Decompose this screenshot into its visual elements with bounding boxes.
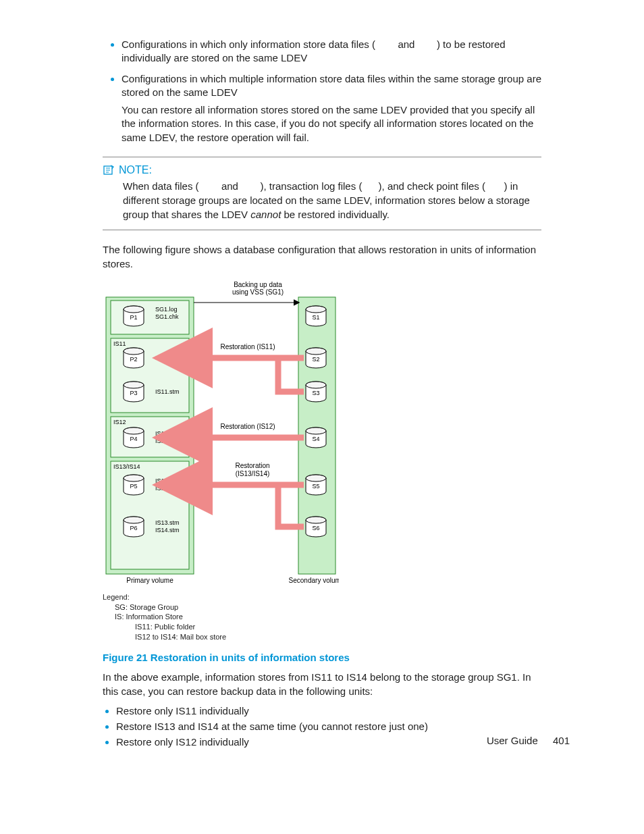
is1314-label: IS13/IS14 xyxy=(113,463,140,470)
diagram-svg: Backing up data using VSS (SG1) SG1 P1 S… xyxy=(103,280,339,591)
drum-s5: S5 xyxy=(312,483,319,490)
file: IS13.edb xyxy=(155,477,180,484)
drum-s4: S4 xyxy=(312,436,319,442)
figure-caption: Figure 21 Restoration in units of inform… xyxy=(103,652,541,663)
file: SG1.chk xyxy=(155,313,179,320)
note-heading: NOTE: xyxy=(103,164,541,176)
after-figure-paragraph: In the above example, information stores… xyxy=(103,670,541,698)
drum-p6: P6 xyxy=(130,525,137,531)
text: Configurations in which multiple informa… xyxy=(122,73,541,98)
t: and xyxy=(219,180,241,192)
drum-p5: P5 xyxy=(130,483,137,490)
drum-p3: P3 xyxy=(130,390,137,396)
footer: User Guide 401 xyxy=(487,735,570,746)
intro-paragraph: The following figure shows a database co… xyxy=(103,242,541,271)
note-icon xyxy=(103,164,115,176)
backup-label-1: Backing up data xyxy=(234,281,282,288)
legend: Legend: SG: Storage Group IS: Informatio… xyxy=(103,592,339,642)
italic: cannot xyxy=(250,209,281,220)
file: IS12.stm xyxy=(155,438,180,444)
drum-p4: P4 xyxy=(130,436,137,442)
drum-s3: S3 xyxy=(312,390,319,396)
drum-p1: P1 xyxy=(130,314,137,321)
file: SG1.log xyxy=(155,306,178,313)
note-body: When data files (.edb and .stm), transac… xyxy=(103,179,541,221)
list-item: Restore only IS11 individually xyxy=(116,705,541,716)
drum-s6: S6 xyxy=(312,525,319,531)
legend-item: SG: Storage Group xyxy=(103,602,339,613)
file: IS14.edb xyxy=(155,485,180,492)
drum-s2: S2 xyxy=(312,356,319,363)
svg-rect-9 xyxy=(111,338,189,413)
t: ), transaction log files ( xyxy=(260,180,362,192)
drum-s1: S1 xyxy=(312,314,319,321)
config-bullets: Configurations in which only information… xyxy=(103,38,541,145)
t: When data files ( xyxy=(123,180,199,192)
file: IS13.stm xyxy=(155,519,180,526)
file: IS14.stm xyxy=(155,527,180,533)
list-item: Restore only IS12 individually xyxy=(116,736,541,748)
ext: .log xyxy=(362,180,378,192)
restore-is1314-l1: Restoration xyxy=(235,462,269,469)
secondary-vol-label: Secondary volume xyxy=(289,577,339,584)
ext: .chk xyxy=(485,180,504,192)
backup-label-2: using VSS (SG1) xyxy=(232,288,284,296)
is11-label: IS11 xyxy=(113,340,126,347)
page: Configurations in which only information… xyxy=(0,0,644,779)
restore-is11: Restoration (IS11) xyxy=(220,343,275,350)
restore-is1314-l2: (IS13/IS14) xyxy=(236,470,270,477)
file: IS11.stm xyxy=(155,388,180,395)
text: Configurations in which only information… xyxy=(122,38,375,50)
primary-vol-label: Primary volume xyxy=(126,577,173,584)
legend-item: IS11: Public folder xyxy=(103,622,339,632)
file: IS12.edb xyxy=(155,430,180,437)
bullet-2: Configurations in which multiple informa… xyxy=(122,72,541,145)
bullet-1: Configurations in which only information… xyxy=(122,38,541,66)
ext-stm: .stm xyxy=(418,38,437,50)
drum-p2: P2 xyxy=(130,356,137,363)
restore-is12: Restoration (IS12) xyxy=(220,423,275,430)
footer-title: User Guide xyxy=(487,735,538,746)
file: IS11.edb xyxy=(155,355,180,361)
legend-item: IS: Information Store xyxy=(103,612,339,622)
list-item: Restore IS13 and IS14 at the same time (… xyxy=(116,721,541,732)
text: and xyxy=(395,38,417,50)
diagram: Backing up data using VSS (SG1) SG1 P1 S… xyxy=(103,280,339,642)
sub-paragraph: You can restore all information stores s… xyxy=(122,103,541,145)
t: ), and check point files ( xyxy=(379,180,485,192)
legend-title: Legend: xyxy=(103,592,339,602)
is12-label: IS12 xyxy=(113,419,126,425)
ext: .edb xyxy=(199,180,219,192)
ext: .stm xyxy=(241,180,260,192)
note-block: NOTE: When data files (.edb and .stm), t… xyxy=(103,157,541,230)
t: be restored individually. xyxy=(281,209,390,220)
restore-units-list: Restore only IS11 individually Restore I… xyxy=(103,705,541,748)
note-label: NOTE: xyxy=(119,164,152,176)
ext-edb: .edb xyxy=(375,38,395,50)
legend-item: IS12 to IS14: Mail box store xyxy=(103,632,339,642)
page-number: 401 xyxy=(553,735,570,746)
